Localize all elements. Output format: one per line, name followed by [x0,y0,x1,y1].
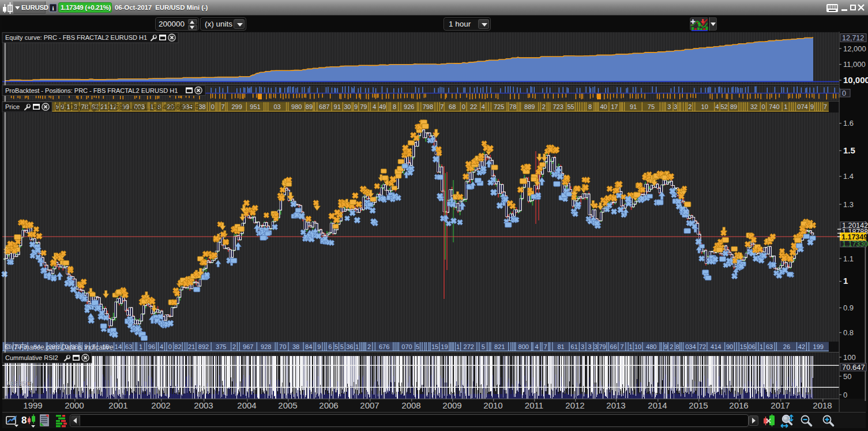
svg-text:96: 96 [148,343,155,350]
svg-text:03: 03 [273,103,280,110]
svg-text:7: 7 [221,103,225,110]
svg-text:22: 22 [470,103,477,110]
svg-text:687: 687 [319,103,329,110]
svg-text:2: 2 [232,343,236,350]
svg-text:1.1: 1.1 [843,254,854,263]
svg-text:91: 91 [334,103,341,110]
svg-text:© IT-Finance.com Data is indic: © IT-Finance.com Data is indicative [5,343,114,351]
svg-text:55: 55 [567,103,574,110]
svg-text:299: 299 [231,103,242,110]
svg-text:723: 723 [553,103,563,110]
svg-text:2008: 2008 [401,400,420,410]
svg-text:49: 49 [379,103,386,110]
svg-text:70: 70 [279,343,286,350]
svg-text:2: 2 [670,343,673,350]
svg-text:17: 17 [611,103,618,110]
svg-text:967: 967 [243,343,253,350]
svg-text:1.3: 1.3 [843,200,854,209]
svg-text:1: 1 [629,343,633,350]
svg-text:7: 7 [544,343,547,350]
svg-text:4: 4 [535,343,538,350]
svg-text:4: 4 [482,103,485,110]
svg-text:12,712: 12,712 [842,34,864,42]
svg-text:2014: 2014 [648,400,667,410]
svg-text:2015: 2015 [689,400,708,410]
svg-text:38.5 3508: 38.5 3508 [6,381,32,387]
svg-text:72: 72 [699,343,706,350]
svg-text:676: 676 [379,343,389,350]
svg-text:79: 79 [599,343,606,350]
svg-text:40: 40 [600,103,607,110]
svg-text:272: 272 [464,343,474,350]
svg-text:79: 79 [360,103,367,110]
svg-text:5: 5 [340,343,344,350]
svg-text:5: 5 [482,343,485,350]
svg-text:2006: 2006 [319,400,338,410]
svg-text:100: 100 [843,353,856,362]
svg-text:10: 10 [634,343,641,350]
svg-text:81: 81 [557,343,564,350]
svg-text:1: 1 [139,343,142,350]
svg-text:0: 0 [168,343,172,350]
svg-text:3: 3 [594,343,598,350]
svg-text:36: 36 [346,343,353,350]
svg-text:91: 91 [630,103,637,110]
svg-text:10: 10 [701,103,708,110]
svg-text:70.647: 70.647 [842,363,865,372]
svg-text:84: 84 [305,343,312,350]
svg-text:66: 66 [610,343,617,350]
svg-text:2000: 2000 [65,400,84,410]
svg-text:3: 3 [674,103,677,110]
svg-text:7: 7 [440,103,444,110]
svg-text:1.17330: 1.17330 [842,240,868,248]
svg-text:9: 9 [354,103,358,110]
svg-text:2007: 2007 [360,400,379,410]
svg-text:0: 0 [843,391,847,399]
svg-text:725: 725 [494,103,504,110]
svg-text:0: 0 [462,103,465,110]
svg-text:2003: 2003 [194,400,213,410]
svg-text:0: 0 [211,103,215,110]
svg-text:6: 6 [328,343,332,350]
svg-text:19: 19 [441,343,448,350]
svg-text:32: 32 [750,103,757,110]
svg-text:798: 798 [423,103,433,110]
svg-text:1: 1 [355,343,359,350]
svg-text:90: 90 [726,343,733,350]
svg-text:0: 0 [761,103,765,110]
svg-text:42: 42 [798,343,805,350]
svg-text:Price: Price [5,103,20,110]
svg-text:50: 50 [843,372,851,381]
svg-text:89: 89 [730,103,737,110]
svg-text:8: 8 [588,103,592,110]
svg-text:15: 15 [431,343,438,350]
svg-text:1: 1 [784,103,787,110]
svg-text:1999: 1999 [23,400,42,410]
svg-text:ProBacktest - Positions: PRC -: ProBacktest - Positions: PRC - FBS FRACT… [5,87,178,94]
svg-text:i: i [52,5,54,12]
svg-text:68: 68 [449,103,456,110]
svg-text:2001: 2001 [108,400,127,410]
svg-text:1: 1 [760,343,763,350]
svg-text:2013: 2013 [606,400,625,410]
svg-text:Equity curve: PRC - FBS FRACTA: Equity curve: PRC - FBS FRACTAL2 EURUSD … [5,34,147,41]
svg-text:2018: 2018 [813,400,832,410]
svg-text:480: 480 [646,343,656,350]
svg-text:06: 06 [749,343,756,350]
svg-text:4: 4 [715,103,719,110]
svg-text:15: 15 [740,343,747,350]
svg-text:89: 89 [306,103,313,110]
svg-text:199: 199 [813,343,824,350]
svg-text:30: 30 [344,103,351,110]
svg-text:78: 78 [509,103,516,110]
svg-text:1.4: 1.4 [843,172,854,181]
svg-text:821: 821 [494,343,505,350]
svg-text:14: 14 [115,343,122,350]
svg-text:2: 2 [542,103,546,110]
svg-text:2010: 2010 [483,400,502,410]
svg-text:63: 63 [766,343,773,350]
svg-text:52: 52 [720,103,727,110]
svg-text:951: 951 [250,103,260,110]
svg-text:7: 7 [824,103,827,110]
svg-text:5: 5 [335,343,338,350]
